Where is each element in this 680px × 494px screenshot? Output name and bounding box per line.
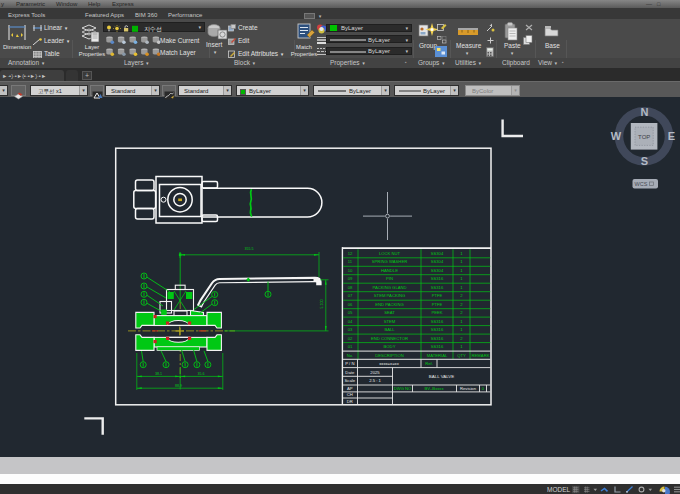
svg-text:1: 1 bbox=[460, 344, 463, 349]
svg-text:5.100: 5.100 bbox=[320, 300, 324, 309]
svg-text:SS316: SS316 bbox=[431, 276, 444, 281]
svg-text:SS304: SS304 bbox=[431, 251, 444, 256]
svg-text:WCS: WCS bbox=[635, 181, 648, 187]
svg-text:PACKING GLAND: PACKING GLAND bbox=[372, 285, 406, 290]
svg-text:SS316: SS316 bbox=[431, 344, 444, 349]
svg-text:Ref.: Ref. bbox=[425, 361, 433, 366]
svg-text:04: 04 bbox=[348, 319, 353, 324]
svg-text:TOP: TOP bbox=[638, 134, 650, 140]
svg-text:SPRING WASHER: SPRING WASHER bbox=[372, 259, 407, 264]
svg-text:2: 2 bbox=[460, 310, 463, 315]
svg-text:11: 11 bbox=[348, 259, 353, 264]
svg-text:Scale: Scale bbox=[345, 378, 356, 383]
svg-text:PTFE: PTFE bbox=[432, 302, 443, 307]
svg-text:CH: CH bbox=[347, 392, 353, 397]
svg-text:02: 02 bbox=[348, 336, 353, 341]
svg-text:08: 08 bbox=[348, 285, 353, 290]
svg-text:1: 1 bbox=[460, 268, 463, 273]
svg-text:355.5: 355.5 bbox=[245, 247, 254, 251]
svg-text:SS316: SS316 bbox=[431, 327, 444, 332]
svg-text:35.6: 35.6 bbox=[198, 372, 205, 376]
svg-text:2: 2 bbox=[460, 302, 463, 307]
svg-text:SS316: SS316 bbox=[431, 336, 444, 341]
svg-text:SS304: SS304 bbox=[431, 268, 444, 273]
svg-text:BALL VALVE: BALL VALVE bbox=[429, 374, 454, 379]
svg-text:QTY: QTY bbox=[457, 353, 466, 358]
svg-text:STEM: STEM bbox=[384, 319, 396, 324]
svg-text:S: S bbox=[641, 155, 648, 167]
svg-text:BODY: BODY bbox=[384, 344, 396, 349]
svg-text:38.1: 38.1 bbox=[155, 372, 162, 376]
svg-text:DESCRIPTION: DESCRIPTION bbox=[375, 353, 404, 358]
svg-text:1: 1 bbox=[460, 251, 463, 256]
svg-text:0: 0 bbox=[482, 386, 485, 391]
svg-text:►·▪)·▪►(▪·▪►)·▪►: ►·▪)·▪►(▪·▪►)·▪► bbox=[2, 73, 46, 79]
svg-text:2: 2 bbox=[460, 293, 463, 298]
svg-text:STEM PACKING: STEM PACKING bbox=[374, 293, 405, 298]
svg-text:1: 1 bbox=[460, 285, 463, 290]
svg-text:N: N bbox=[641, 106, 649, 118]
svg-text:1: 1 bbox=[460, 259, 463, 264]
svg-text:W: W bbox=[611, 130, 622, 142]
svg-text:END PACKING: END PACKING bbox=[375, 302, 404, 307]
svg-text:SS316: SS316 bbox=[431, 319, 444, 324]
svg-text:2025: 2025 bbox=[370, 370, 380, 375]
svg-text:05: 05 bbox=[348, 310, 353, 315]
svg-text:END CONNECTOR: END CONNECTOR bbox=[371, 336, 408, 341]
svg-text:1: 1 bbox=[460, 276, 463, 281]
svg-text:2: 2 bbox=[460, 336, 463, 341]
svg-text:07: 07 bbox=[348, 293, 353, 298]
svg-text:DWG NO: DWG NO bbox=[394, 386, 412, 391]
svg-text:P / N: P / N bbox=[345, 361, 354, 366]
svg-text:BALL: BALL bbox=[384, 327, 395, 332]
svg-text:PTFE: PTFE bbox=[432, 293, 443, 298]
svg-text:PEEK: PEEK bbox=[431, 310, 442, 315]
svg-text:03: 03 bbox=[348, 327, 353, 332]
svg-text:HANDLE: HANDLE bbox=[381, 268, 398, 273]
svg-text:SS304: SS304 bbox=[431, 259, 444, 264]
svg-text:BV–Bxxxx: BV–Bxxxx bbox=[424, 386, 444, 391]
svg-text:01: 01 bbox=[348, 344, 353, 349]
svg-text:06: 06 bbox=[348, 302, 353, 307]
svg-text:2.5 : 1: 2.5 : 1 bbox=[369, 378, 381, 383]
svg-text:09: 09 bbox=[348, 276, 353, 281]
svg-text:E: E bbox=[668, 130, 675, 142]
svg-text:PIN: PIN bbox=[386, 276, 393, 281]
svg-text:12: 12 bbox=[348, 251, 353, 256]
svg-text:MATERIAL: MATERIAL bbox=[427, 353, 448, 358]
svg-text:DR: DR bbox=[347, 399, 353, 404]
svg-text:Revision: Revision bbox=[460, 386, 477, 391]
svg-text:SS316: SS316 bbox=[431, 285, 444, 290]
svg-text:AP: AP bbox=[347, 386, 353, 391]
svg-text:10: 10 bbox=[348, 268, 353, 273]
svg-text:LOCK NUT: LOCK NUT bbox=[379, 251, 401, 256]
svg-text:No.: No. bbox=[347, 353, 354, 358]
svg-text:xxxx=x=xx: xxxx=x=xx bbox=[379, 361, 399, 366]
svg-text:Date: Date bbox=[345, 370, 355, 375]
svg-text:1: 1 bbox=[460, 327, 463, 332]
svg-text:SEAT: SEAT bbox=[384, 310, 395, 315]
svg-text:88.9: 88.9 bbox=[175, 384, 182, 388]
svg-text:1: 1 bbox=[460, 319, 463, 324]
svg-text:REMARK: REMARK bbox=[472, 353, 490, 358]
